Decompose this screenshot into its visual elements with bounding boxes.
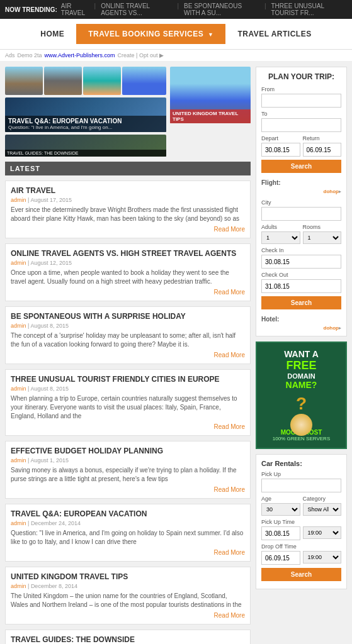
car-title: Car Rentals: — [261, 460, 341, 467]
article-guides-downside: TRAVEL GUIDES: THE DOWNSIDE admin | Dece… — [5, 630, 251, 644]
article-uk-tips: UNITED KINGDOM TRAVEL TIPS admin | Decem… — [5, 567, 251, 625]
article-title[interactable]: THREE UNUSUAL TOURIST FRIENDLY CITIES IN… — [11, 375, 245, 384]
article-title[interactable]: TRAVEL Q&A: EUROPEAN VACATION — [11, 509, 245, 518]
dropoff-date-input[interactable] — [261, 551, 300, 565]
depart-input[interactable] — [261, 143, 300, 157]
article-budget: EFFECTIVE BUDGET HOLIDAY PLANNING admin … — [5, 441, 251, 499]
article-meta: admin | August 17, 2015 — [11, 197, 245, 203]
dropoff-label: Drop Off Time — [261, 543, 300, 550]
latest-header: LATEST — [5, 162, 251, 175]
eiffel-thumb — [5, 67, 43, 95]
uk-img[interactable]: UNITED KINGDOM TRAVEL TIPS — [170, 67, 251, 123]
rooms-select[interactable]: 123 — [303, 231, 342, 244]
read-more[interactable]: Read More — [11, 486, 245, 493]
article-title[interactable]: ONLINE TRAVEL AGENTS VS. HIGH STREET TRA… — [11, 249, 245, 258]
read-more[interactable]: Read More — [11, 423, 245, 430]
flight-search-button[interactable]: Search — [261, 160, 341, 173]
article-air-travel: AIR TRAVEL admin | August 17, 2015 Ever … — [5, 180, 251, 238]
nav-home[interactable]: HOME — [28, 24, 76, 44]
mascot-body — [290, 414, 312, 436]
hero-small — [122, 67, 166, 95]
category-label: Category — [303, 496, 342, 502]
nav-articles[interactable]: TRAVEL ARTICLES — [225, 24, 323, 44]
from-row: From — [261, 86, 341, 108]
checkin-row: Check In — [261, 247, 341, 269]
checkin-input[interactable] — [261, 255, 341, 269]
read-more[interactable]: Read More — [11, 352, 245, 358]
article-meta: admin | August 8, 2015 — [11, 323, 245, 329]
article-meta: admin | December 8, 2014 — [11, 583, 245, 589]
trending-item-4[interactable]: THREE UNUSUAL TOURIST FR... — [271, 3, 347, 16]
article-meta: admin | December 24, 2014 — [11, 520, 245, 526]
arch-thumb — [44, 67, 82, 95]
dohop-logo-2: dohop▸ — [261, 325, 341, 331]
checkout-input[interactable] — [261, 279, 341, 293]
article-online-agents: ONLINE TRAVEL AGENTS VS. HIGH STREET TRA… — [5, 243, 251, 301]
trending-items: AIR TRAVEL | ONLINE TRAVEL AGENTS VS... … — [61, 3, 347, 16]
city-input[interactable] — [261, 207, 341, 221]
sidebar: PLAN YOUR TRIP: From To Depart Return — [256, 67, 347, 644]
read-more[interactable]: Read More — [11, 612, 245, 619]
trending-bar: NOW TRENDING: AIR TRAVEL | ONLINE TRAVEL… — [0, 0, 352, 19]
age-select[interactable]: 302535 — [261, 503, 300, 516]
ad-domain: DOMAIN — [261, 372, 342, 380]
green-servers-label: 100% GREEN SERVERS — [261, 436, 342, 441]
hero-right: UNITED KINGDOM TRAVEL TIPS — [170, 67, 251, 157]
hotel-label: Hotel: — [261, 316, 341, 323]
trending-item-1[interactable]: AIR TRAVEL — [61, 3, 89, 16]
pickup-row: Pick Up — [261, 471, 341, 492]
trending-item-3[interactable]: BE SPONTANEOUS WITH A SU... — [184, 3, 259, 16]
from-input[interactable] — [261, 94, 341, 108]
read-more[interactable]: Read More — [11, 549, 245, 556]
trending-item-2[interactable]: ONLINE TRAVEL AGENTS VS... — [101, 3, 172, 16]
ad-bar: Ads Demo 2ta www.Advert-Publishers.com C… — [0, 50, 352, 62]
pickup-date-input[interactable] — [261, 526, 300, 540]
article-title[interactable]: AIR TRAVEL — [11, 186, 245, 195]
plan-your-trip-box: PLAN YOUR TRIP: From To Depart Return — [256, 67, 347, 336]
nav-booking[interactable]: TRAVEL BOOKING SERVICES ▼ — [76, 24, 225, 44]
to-label: To — [261, 111, 341, 117]
pickup-input[interactable] — [261, 479, 341, 492]
article-spontaneous: BE SPONTANEOUS WITH A SURPRISE HOLIDAY a… — [5, 306, 251, 364]
read-more[interactable]: Read More — [11, 226, 245, 233]
rooms-label: Rooms — [303, 224, 342, 230]
article-title[interactable]: EFFECTIVE BUDGET HOLIDAY PLANNING — [11, 447, 245, 455]
age-category-row: Age 302535 Category Show AllEconomyCompa… — [261, 496, 341, 516]
adults-label: Adults — [261, 224, 300, 230]
plan-title: PLAN YOUR TRIP: — [261, 72, 341, 81]
pickup-time-row: Pick Up Time 19:0008:0012:00 — [261, 519, 341, 540]
hero-img-strip — [5, 67, 166, 95]
article-title[interactable]: BE SPONTANEOUS WITH A SURPRISE HOLIDAY — [11, 312, 245, 321]
article-body: Saving money is always a bonus, especial… — [11, 466, 245, 484]
question-mark-icon: ? — [286, 394, 317, 414]
read-more[interactable]: Read More — [11, 289, 245, 296]
adults-select[interactable]: 1234 — [261, 231, 300, 244]
return-label: Return — [303, 135, 342, 142]
article-meta: admin | August 12, 2015 — [11, 260, 245, 266]
article-body: When planning a trip to Europe, certain … — [11, 394, 245, 421]
article-title[interactable]: TRAVEL GUIDES: THE DOWNSIDE — [11, 635, 245, 644]
return-input[interactable] — [303, 143, 342, 157]
from-label: From — [261, 86, 341, 92]
category-select[interactable]: Show AllEconomyCompact — [303, 503, 342, 516]
checkin-label: Check In — [261, 247, 341, 253]
article-qa-vacation: TRAVEL Q&A: EUROPEAN VACATION admin | De… — [5, 504, 251, 562]
hero-caption: TRAVEL Q&A: EUROPEAN VACATION Question: … — [5, 116, 166, 132]
hero-main-img[interactable]: TRAVEL Q&A: EUROPEAN VACATION Question: … — [5, 97, 166, 132]
depart-label: Depart — [261, 135, 300, 142]
guide-small[interactable]: TRAVEL GUIDES: THE DOWNSIDE — [5, 135, 166, 157]
checkout-label: Check Out — [261, 272, 341, 278]
to-input[interactable] — [261, 118, 341, 132]
hotel-search-button[interactable]: Search — [261, 296, 341, 309]
article-title[interactable]: UNITED KINGDOM TRAVEL TIPS — [11, 572, 245, 581]
car-search-button[interactable]: Search — [261, 568, 341, 581]
dohop-logo: dohop▸ — [261, 189, 341, 194]
ad-banner[interactable]: WANT A FREE DOMAIN NAME? ? MOCHAHOST 100… — [256, 341, 347, 449]
dropoff-time-select[interactable]: 19:0008:0012:00 — [303, 551, 342, 564]
pickup-label: Pick Up — [261, 471, 341, 477]
city-row: City — [261, 199, 341, 221]
adults-rooms-row: Adults 1234 Rooms 123 — [261, 224, 341, 244]
pickup-time-select[interactable]: 19:0008:0012:00 — [303, 526, 342, 539]
ad-want: WANT A — [261, 349, 342, 359]
flight-label: Flight: — [261, 179, 341, 186]
